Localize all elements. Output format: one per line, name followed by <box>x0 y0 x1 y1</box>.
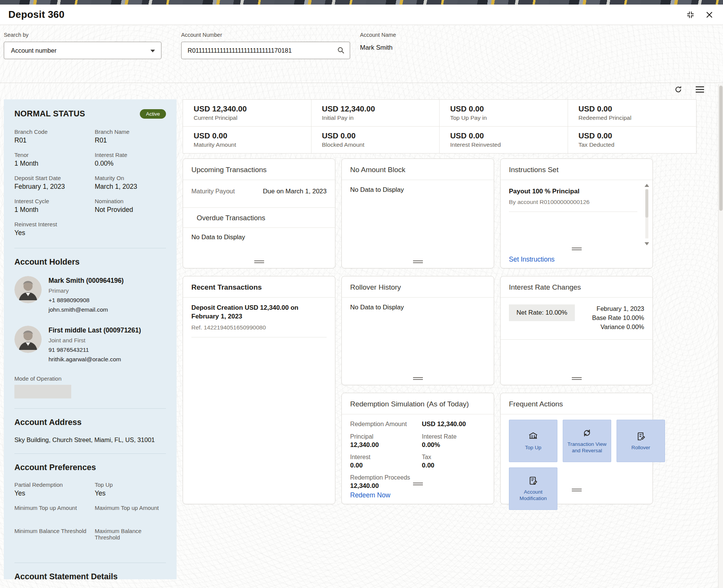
field-value: 1 Month <box>14 160 95 168</box>
metric-label: Interest Reinvested <box>450 141 568 148</box>
mode-of-operation-label: Mode of Operation <box>14 375 166 382</box>
rollover-history-card: Rollover History No Data to Display <box>341 276 494 385</box>
rate-change-variance: Variance 0.00% <box>592 323 644 332</box>
account-holders-title: Account Holders <box>14 257 166 267</box>
collapse-window-icon[interactable] <box>686 10 695 19</box>
refresh-icon[interactable] <box>674 85 683 94</box>
section-divider <box>0 83 723 83</box>
scrollbar-thumb[interactable] <box>719 86 723 211</box>
account-name-label: Account Name <box>360 32 481 38</box>
mode-of-operation-placeholder <box>14 385 71 398</box>
search-by-select[interactable]: Account number <box>4 42 161 59</box>
overdue-transactions-title: Overdue Transactions <box>183 208 335 227</box>
field-value: R01 <box>14 136 95 145</box>
status-badge: Active <box>140 109 166 119</box>
holder-email: hrithik.agarwal@oracle.com <box>49 356 141 363</box>
document-edit-icon <box>635 431 646 442</box>
account-address-title: Account Address <box>14 418 166 427</box>
net-rate-chip: Net Rate: 10.00% <box>509 304 575 321</box>
account-number-label: Account Number <box>181 32 350 38</box>
search-by-label: Search by <box>4 32 161 38</box>
card-resize-handle[interactable] <box>413 376 423 381</box>
account-modification-button[interactable]: Account Modification <box>509 467 557 510</box>
set-instructions-link[interactable]: Set Instructions <box>509 256 555 263</box>
card-resize-handle[interactable] <box>413 259 423 264</box>
card-title: Redemption Simulation (As of Today) <box>342 393 494 414</box>
metric-label: Blocked Amount <box>322 141 440 148</box>
empty-state-text: No Data to Display <box>342 298 494 317</box>
titlebar: Deposit 360 <box>0 5 723 25</box>
card-resize-handle[interactable] <box>572 246 582 251</box>
proceeds-label: Redemption Proceeds <box>350 474 422 481</box>
holder-name: First middle Last (000971261) <box>49 326 141 334</box>
holder-name: Mark Smith (000964196) <box>49 277 124 285</box>
instruction-item-title: Payout 100 % Principal <box>509 188 637 195</box>
interest-rate-changes-card: Interest Rate Changes Net Rate: 10.00% F… <box>500 276 653 385</box>
holder-email: john.smith@email.com <box>49 306 124 313</box>
menu-hamburger-icon[interactable] <box>695 85 705 94</box>
amount-block-card: No Amount Block No Data to Display <box>341 158 494 268</box>
action-label: Transaction View and Reversal <box>563 441 611 454</box>
transaction-view-reversal-button[interactable]: Transaction View and Reversal <box>563 420 611 462</box>
card-resize-handle[interactable] <box>572 488 582 492</box>
field-label: Top Up <box>95 481 166 488</box>
holder-phone: 91 9876543211 <box>49 347 141 353</box>
account-address-value: Sky Building, Church Street, Miami, FL, … <box>14 436 166 444</box>
proceeds-value: 12,340.00 <box>350 482 422 490</box>
empty-state-text: No Data to Display <box>183 228 335 247</box>
field-value: Yes <box>95 489 166 498</box>
rate-change-date: February 1, 2023 <box>592 304 644 314</box>
field-label: Minimum Balance Threshold <box>14 528 95 534</box>
metric-label: Tax Deducted <box>579 141 696 148</box>
field-label: Maximum Top up Amount <box>95 505 166 511</box>
avatar <box>14 276 42 303</box>
field-label: Minimum Top up Amount <box>14 505 95 511</box>
card-title: Recent Transactions <box>183 276 335 297</box>
account-holder-item: Mark Smith (000964196) Primary +1 889809… <box>14 276 166 316</box>
close-icon[interactable] <box>706 11 713 19</box>
card-scrollbar[interactable] <box>644 184 649 245</box>
interest-label: Interest <box>350 454 422 461</box>
refresh-arrows-icon <box>582 428 592 438</box>
redeem-now-link[interactable]: Redeem Now <box>350 491 390 499</box>
card-resize-handle[interactable] <box>254 259 264 264</box>
main-content: USD 12,340.00Current Principal USD 12,34… <box>183 99 696 154</box>
maturity-payout-due: Due on March 1, 2023 <box>263 188 327 195</box>
page-scrollbar[interactable] <box>718 84 723 588</box>
redemption-simulation-card: Redemption Simulation (As of Today) Rede… <box>341 393 494 504</box>
instruction-item-account: By account R01000000000126 <box>509 199 637 212</box>
field-value: Yes <box>14 489 95 498</box>
top-up-action-button[interactable]: Top Up <box>509 420 557 462</box>
scroll-up-icon[interactable] <box>645 184 649 187</box>
metric-value: USD 0.00 <box>450 104 568 113</box>
decorative-banner-strip <box>0 0 723 5</box>
metric-label: Current Principal <box>194 114 311 121</box>
field-value: 1 Month <box>14 206 95 214</box>
card-title: No Amount Block <box>342 159 494 180</box>
avatar <box>14 326 42 353</box>
interest-rate-value: 0.00% <box>422 441 485 449</box>
upcoming-transactions-card: Upcoming Transactions Maturity Payout Du… <box>183 158 335 268</box>
card-resize-handle[interactable] <box>413 481 423 486</box>
account-number-input[interactable] <box>181 42 350 59</box>
scroll-down-icon[interactable] <box>645 242 649 245</box>
statement-details-title: Account Statement Details <box>14 572 166 579</box>
scrollbar-thumb[interactable] <box>645 189 648 218</box>
field-value: Not Provided <box>95 206 166 214</box>
instructions-set-card: Instructions Set Payout 100 % Principal … <box>500 158 653 268</box>
recent-transactions-card: Recent Transactions Deposit Creation USD… <box>183 276 335 504</box>
card-resize-handle[interactable] <box>572 376 582 381</box>
field-value <box>14 536 95 544</box>
search-icon[interactable] <box>336 46 346 55</box>
toolbar <box>674 85 705 94</box>
field-value: 0.00% <box>95 160 166 168</box>
interest-rate-label: Interest Rate <box>422 433 485 440</box>
action-label: Top Up <box>523 445 544 451</box>
action-label: Account Modification <box>509 489 557 502</box>
document-edit-icon <box>528 475 538 486</box>
bank-icon <box>528 431 538 442</box>
field-value <box>14 513 95 521</box>
rollover-action-button[interactable]: Rollover <box>617 420 665 462</box>
search-by-selected-value: Account number <box>11 47 56 54</box>
card-title: Rollover History <box>342 276 494 297</box>
